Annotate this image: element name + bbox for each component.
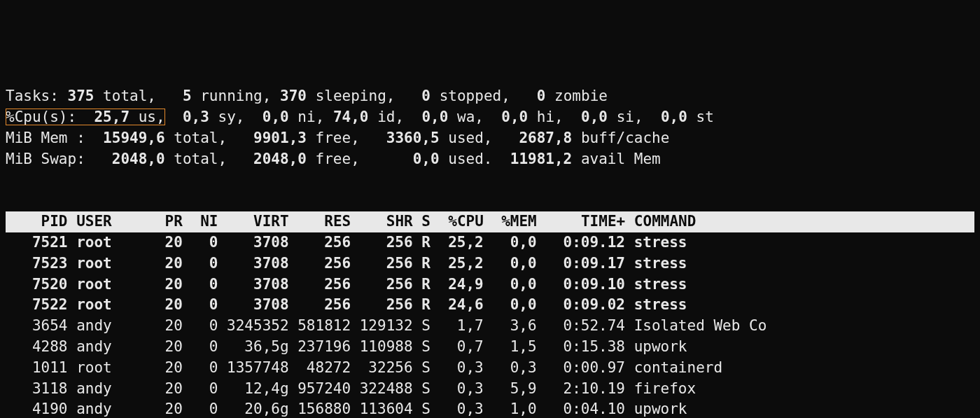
cpu-wa-label: wa, bbox=[457, 109, 484, 125]
cpu-user-highlight: %Cpu(s): 25,7 us, bbox=[6, 109, 165, 125]
hdr-ni: NI bbox=[200, 213, 218, 230]
tasks-zombie-label: zombie bbox=[554, 88, 608, 104]
cpu-si-value: 0,0 bbox=[581, 109, 608, 125]
mem-buff-label: buff/cache bbox=[581, 130, 669, 146]
hdr-user: USER bbox=[76, 213, 112, 230]
table-row[interactable]: 3654 andy 20 0 3245352 581812 129132 S 1… bbox=[6, 316, 974, 337]
cpu-us-label: us, bbox=[139, 109, 165, 125]
hdr-virt: VIRT bbox=[253, 213, 289, 230]
table-row[interactable]: 7523 root 20 0 3708 256 256 R 25,2 0,0 0… bbox=[6, 253, 974, 274]
swap-label: MiB Swap: bbox=[6, 151, 85, 167]
mem-used-label: used, bbox=[448, 130, 492, 146]
cpu-line: %Cpu(s): 25,7 us, 0,3 sy, 0,0 ni, 74,0 i… bbox=[6, 107, 974, 128]
tasks-stopped-label: stopped, bbox=[440, 88, 510, 104]
swap-total-value: 2048,0 bbox=[112, 151, 165, 167]
cpu-id-label: id, bbox=[377, 109, 404, 125]
mem-total-label: total, bbox=[174, 130, 227, 146]
mem-used-value: 3360,5 bbox=[386, 130, 440, 146]
cpu-st-value: 0,0 bbox=[661, 109, 687, 125]
tasks-sleeping-value: 370 bbox=[280, 88, 307, 104]
table-row[interactable]: 7521 root 20 0 3708 256 256 R 25,2 0,0 0… bbox=[6, 232, 974, 253]
tasks-label: Tasks: bbox=[6, 88, 59, 104]
tasks-running-label: running, bbox=[200, 88, 271, 104]
cpu-id-value: 74,0 bbox=[333, 109, 369, 125]
swap-used-label: used. bbox=[448, 151, 492, 167]
cpu-sy-value: 0,3 bbox=[183, 109, 209, 125]
swap-free-label: free, bbox=[316, 151, 360, 167]
cpu-st-label: st bbox=[696, 109, 713, 125]
hdr-cpu: %CPU bbox=[448, 213, 484, 230]
table-row[interactable]: 7522 root 20 0 3708 256 256 R 24,6 0,0 0… bbox=[6, 295, 974, 316]
mem-total-value: 15949,6 bbox=[103, 130, 165, 146]
hdr-time: TIME+ bbox=[581, 213, 625, 230]
mem-line: MiB Mem : 15949,6 total, 9901,3 free, 33… bbox=[6, 128, 974, 149]
swap-free-value: 2048,0 bbox=[253, 151, 307, 167]
cpu-hi-label: hi, bbox=[537, 109, 564, 125]
tasks-running-value: 5 bbox=[183, 88, 192, 104]
swap-avail-value: 11981,2 bbox=[510, 151, 573, 167]
swap-total-label: total, bbox=[174, 151, 227, 167]
process-header[interactable]: PID USER PR NI VIRT RES SHR S %CPU %MEM … bbox=[6, 211, 974, 232]
hdr-s: S bbox=[421, 213, 430, 230]
swap-line: MiB Swap: 2048,0 total, 2048,0 free, 0,0… bbox=[6, 149, 974, 170]
mem-free-label: free, bbox=[316, 130, 360, 146]
mem-free-value: 9901,3 bbox=[253, 130, 307, 146]
hdr-shr: SHR bbox=[386, 213, 413, 230]
mem-buff-value: 2687,8 bbox=[519, 130, 572, 146]
swap-used-value: 0,0 bbox=[413, 151, 440, 167]
cpu-ni-value: 0,0 bbox=[262, 109, 289, 125]
table-row[interactable]: 7520 root 20 0 3708 256 256 R 24,9 0,0 0… bbox=[6, 274, 974, 295]
mem-label: MiB Mem : bbox=[6, 130, 85, 146]
cpu-si-label: si, bbox=[617, 109, 643, 125]
hdr-mem: %MEM bbox=[501, 213, 537, 230]
table-row[interactable]: 1011 root 20 0 1357748 48272 32256 S 0,3… bbox=[6, 358, 974, 379]
tasks-total-label: total, bbox=[103, 88, 156, 104]
hdr-pr: PR bbox=[165, 213, 183, 230]
cpu-hi-value: 0,0 bbox=[501, 109, 528, 125]
cpu-sy-label: sy, bbox=[218, 109, 245, 125]
cpu-ni-label: ni, bbox=[298, 109, 324, 125]
tasks-zombie-value: 0 bbox=[537, 88, 546, 104]
hdr-res: RES bbox=[324, 213, 351, 230]
terminal-output: Tasks: 375 total, 5 running, 370 sleepin… bbox=[6, 86, 974, 418]
cpu-us-value: 25,7 bbox=[94, 109, 130, 125]
tasks-sleeping-label: sleeping, bbox=[316, 88, 396, 104]
cpu-label: %Cpu(s): bbox=[6, 109, 76, 125]
swap-avail-label: avail Mem bbox=[581, 151, 661, 167]
hdr-pid: PID bbox=[41, 213, 68, 230]
tasks-line: Tasks: 375 total, 5 running, 370 sleepin… bbox=[6, 86, 974, 107]
blank-line bbox=[6, 190, 974, 211]
table-row[interactable]: 4288 andy 20 0 36,5g 237196 110988 S 0,7… bbox=[6, 337, 974, 358]
tasks-stopped-value: 0 bbox=[421, 88, 430, 104]
tasks-total-value: 375 bbox=[68, 88, 94, 104]
table-row[interactable]: 4190 andy 20 0 20,6g 156880 113604 S 0,3… bbox=[6, 399, 974, 418]
table-row[interactable]: 3118 andy 20 0 12,4g 957240 322488 S 0,3… bbox=[6, 379, 974, 400]
hdr-command: COMMAND bbox=[634, 213, 696, 230]
process-list: 7521 root 20 0 3708 256 256 R 25,2 0,0 0… bbox=[6, 232, 974, 418]
cpu-wa-value: 0,0 bbox=[421, 109, 448, 125]
